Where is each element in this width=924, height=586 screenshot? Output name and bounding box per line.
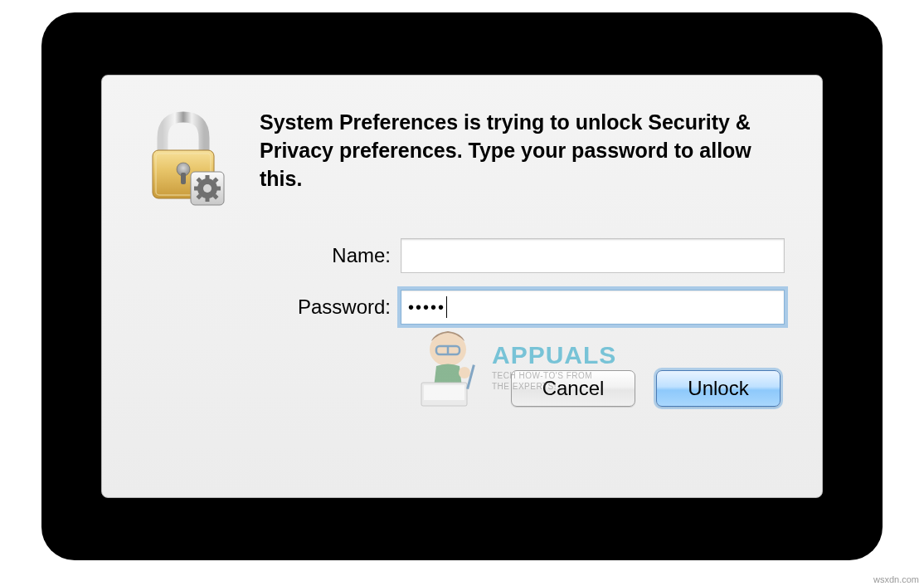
name-input[interactable] xyxy=(401,238,785,273)
auth-dialog: System Preferences is trying to unlock S… xyxy=(101,75,823,498)
dialog-icon-area xyxy=(139,109,231,407)
attribution-text: wsxdn.com xyxy=(873,574,919,584)
text-cursor xyxy=(446,296,447,318)
password-row: Password: ••••• xyxy=(260,290,785,325)
password-label: Password: xyxy=(260,295,401,319)
unlock-button[interactable]: Unlock xyxy=(656,370,781,407)
svg-rect-8 xyxy=(194,187,199,191)
password-input[interactable]: ••••• xyxy=(401,290,785,325)
screenshot-frame: System Preferences is trying to unlock S… xyxy=(41,12,883,560)
svg-rect-9 xyxy=(216,187,221,191)
lock-icon xyxy=(139,109,231,208)
svg-point-14 xyxy=(203,184,212,193)
svg-rect-3 xyxy=(181,173,186,184)
dialog-body: System Preferences is trying to unlock S… xyxy=(139,109,785,407)
name-row: Name: xyxy=(260,238,785,273)
dialog-buttons: Cancel Unlock xyxy=(260,370,785,407)
password-value: ••••• xyxy=(408,298,445,317)
dialog-message: System Preferences is trying to unlock S… xyxy=(260,109,785,193)
cancel-button[interactable]: Cancel xyxy=(511,370,635,407)
svg-rect-7 xyxy=(206,197,210,202)
dialog-text-area: System Preferences is trying to unlock S… xyxy=(260,109,785,407)
name-label: Name: xyxy=(260,244,401,267)
svg-rect-6 xyxy=(206,175,210,180)
